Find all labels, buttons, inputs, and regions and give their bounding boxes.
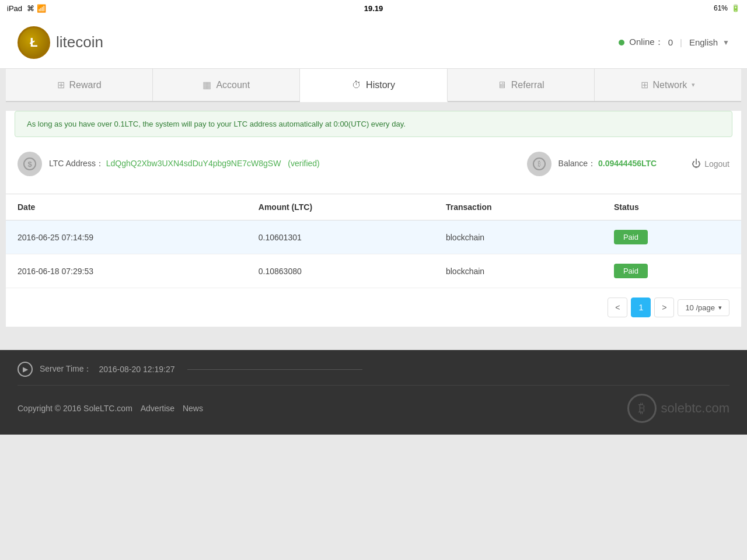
next-page-button[interactable]: > <box>654 298 674 317</box>
balance-label: Balance： <box>558 159 596 168</box>
tab-account[interactable]: ▦ Account <box>153 69 300 101</box>
copyright-text: Copyright © 2016 SoleLTC.com <box>18 404 132 413</box>
per-page-label: 10 /page <box>685 303 715 312</box>
referral-icon: 🖥 <box>497 80 507 90</box>
table-row: 2016-06-18 07:29:530.10863080blockchainP… <box>6 254 741 288</box>
footer-logo: ₿ solebtc.com <box>627 394 729 423</box>
tab-history-label: History <box>366 80 395 90</box>
status-bar-right: 61% 🔋 <box>714 4 740 12</box>
col-amount: Amount (LTC) <box>247 194 434 220</box>
ltc-address-info: LTC Address： LdQghQ2Xbw3UXN4sdDuY4pbg9NE… <box>49 159 320 169</box>
wifi-icon: ⌘ 📶 <box>27 4 46 13</box>
tab-network[interactable]: ⊞ Network ▾ <box>595 69 741 101</box>
ltc-address-label: LTC Address： <box>49 159 104 168</box>
logout-button[interactable]: ⏻ Logout <box>692 159 729 169</box>
pagination: < 1 > 10 /page ▾ <box>6 288 741 327</box>
history-table: Date Amount (LTC) Transaction Status 201… <box>6 194 741 288</box>
logout-label: Logout <box>704 159 729 169</box>
balance-icon: ₿ <box>527 152 551 176</box>
table-row: 2016-06-25 07:14:590.10601301blockchainP… <box>6 220 741 254</box>
info-banner: As long as you have over 0.1LTC, the sys… <box>15 111 732 137</box>
tab-account-label: Account <box>216 80 250 90</box>
tab-history[interactable]: ⏱ History <box>300 69 447 102</box>
status-bar-time: 19.19 <box>364 4 383 13</box>
cell-amount: 0.10863080 <box>247 254 434 288</box>
cell-status: Paid <box>602 220 741 254</box>
cell-transaction: blockchain <box>434 254 602 288</box>
tab-referral-label: Referral <box>511 80 544 90</box>
col-transaction: Transaction <box>434 194 602 220</box>
footer-bottom: Copyright © 2016 SoleLTC.com Advertise N… <box>18 394 729 423</box>
cell-date: 2016-06-25 07:14:59 <box>6 220 247 254</box>
col-date: Date <box>6 194 247 220</box>
footer: ▶ Server Time： 2016-08-20 12:19:27 Copyr… <box>0 350 747 435</box>
header: Ł litecoin Online： 0 | English ▼ <box>0 16 747 69</box>
tab-referral[interactable]: 🖥 Referral <box>448 69 595 101</box>
header-right: Online： 0 | English ▼ <box>619 37 729 48</box>
online-count: 0 <box>668 37 673 47</box>
svg-text:₿: ₿ <box>537 160 541 167</box>
paid-badge: Paid <box>614 230 648 244</box>
nav-tabs: ⊞ Reward ▦ Account ⏱ History 🖥 Referral … <box>6 69 741 102</box>
advertise-link[interactable]: Advertise <box>141 404 174 413</box>
server-time-icon: ▶ <box>18 362 33 377</box>
page-1-button[interactable]: 1 <box>631 298 651 317</box>
footer-logo-icon: ₿ <box>627 394 657 423</box>
server-time-value: 2016-08-20 12:19:27 <box>99 365 174 374</box>
ltc-address-row: LTC Address： LdQghQ2Xbw3UXN4sdDuY4pbg9NE… <box>49 159 320 169</box>
cell-amount: 0.10601301 <box>247 220 434 254</box>
tab-reward-label: Reward <box>69 80 102 90</box>
battery-icon: 🔋 <box>731 4 740 12</box>
tab-network-label: Network <box>653 80 687 90</box>
logo-icon: Ł <box>18 26 50 59</box>
main-content: As long as you have over 0.1LTC, the sys… <box>6 111 741 327</box>
per-page-selector[interactable]: 10 /page ▾ <box>678 299 729 316</box>
balance-value: 0.09444456LTC <box>598 159 657 168</box>
logo-letter: Ł <box>30 35 37 50</box>
col-status: Status <box>602 194 741 220</box>
footer-copyright: Copyright © 2016 SoleLTC.com Advertise N… <box>18 404 203 413</box>
paid-badge: Paid <box>614 264 648 278</box>
reward-icon: ⊞ <box>57 79 65 90</box>
info-banner-text: As long as you have over 0.1LTC, the sys… <box>27 120 720 128</box>
network-icon: ⊞ <box>641 79 648 90</box>
per-page-arrow: ▾ <box>718 304 722 312</box>
status-bar: iPad ⌘ 📶 19.19 61% 🔋 <box>0 0 747 16</box>
ipad-label: iPad <box>7 4 22 13</box>
prev-page-button[interactable]: < <box>608 298 627 317</box>
status-bar-left: iPad ⌘ 📶 <box>7 4 46 13</box>
table-header-row: Date Amount (LTC) Transaction Status <box>6 194 741 220</box>
account-icon: ▦ <box>203 79 211 90</box>
cell-date: 2016-06-18 07:29:53 <box>6 254 247 288</box>
history-icon: ⏱ <box>352 80 361 90</box>
server-time-label: Server Time： <box>40 364 92 374</box>
network-arrow: ▾ <box>692 81 695 89</box>
account-info: $ LTC Address： LdQghQ2Xbw3UXN4sdDuY4pbg9… <box>6 146 741 188</box>
divider: | <box>680 37 682 47</box>
language-dropdown-arrow[interactable]: ▼ <box>722 38 729 47</box>
balance-section: ₿ Balance： 0.09444456LTC <box>527 152 657 176</box>
verified-badge: (verified) <box>288 159 319 168</box>
footer-server-time-row: ▶ Server Time： 2016-08-20 12:19:27 <box>18 362 729 386</box>
ltc-address-section: $ LTC Address： LdQghQ2Xbw3UXN4sdDuY4pbg9… <box>18 152 504 176</box>
cell-transaction: blockchain <box>434 220 602 254</box>
balance-info: Balance： 0.09444456LTC <box>558 159 657 169</box>
online-indicator <box>619 40 624 46</box>
online-label: Online： <box>629 37 663 48</box>
logout-icon: ⏻ <box>692 159 701 169</box>
ltc-address-value: LdQghQ2Xbw3UXN4sdDuY4pbg9NE7cW8gSW <box>106 159 281 168</box>
battery-label: 61% <box>714 4 728 12</box>
logo-area: Ł litecoin <box>18 26 103 59</box>
svg-text:$: $ <box>27 160 32 169</box>
language-selector[interactable]: English <box>689 37 718 47</box>
logo-text: litecoin <box>56 33 103 51</box>
cell-status: Paid <box>602 254 741 288</box>
tab-reward[interactable]: ⊞ Reward <box>6 69 153 101</box>
ltc-address-icon: $ <box>18 152 42 176</box>
footer-logo-text: solebtc.com <box>661 401 729 416</box>
news-link[interactable]: News <box>183 404 203 413</box>
